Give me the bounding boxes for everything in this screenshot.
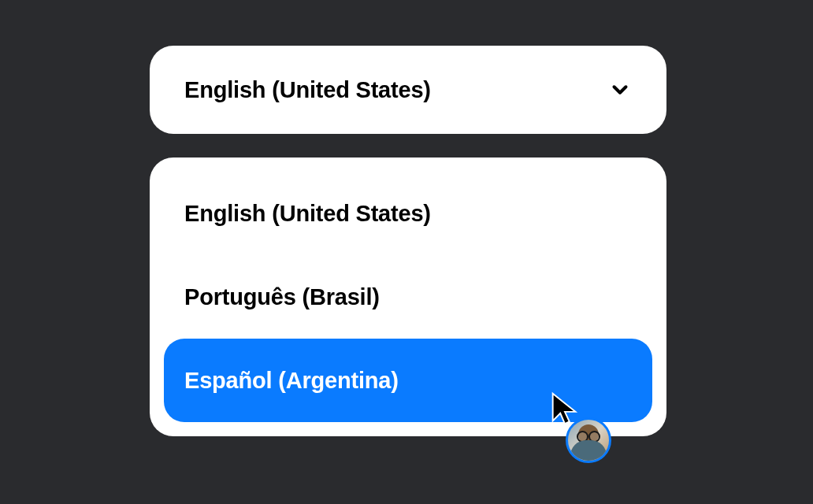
selected-language-label: English (United States) xyxy=(184,77,431,103)
language-option-portugues-brasil[interactable]: Português (Brasil) xyxy=(164,255,652,339)
language-option-espanol-argentina[interactable]: Español (Argentina) xyxy=(164,339,652,422)
option-label: English (United States) xyxy=(184,201,431,227)
option-label: Português (Brasil) xyxy=(184,284,380,310)
language-select-trigger[interactable]: English (United States) xyxy=(150,46,666,134)
language-option-english-us[interactable]: English (United States) xyxy=(164,172,652,255)
language-selector-container: English (United States) English (United … xyxy=(150,46,666,436)
language-dropdown-panel: English (United States) Português (Brasi… xyxy=(150,158,666,436)
user-avatar-badge xyxy=(566,417,611,463)
option-label: Español (Argentina) xyxy=(184,368,399,394)
chevron-down-icon xyxy=(608,78,632,102)
